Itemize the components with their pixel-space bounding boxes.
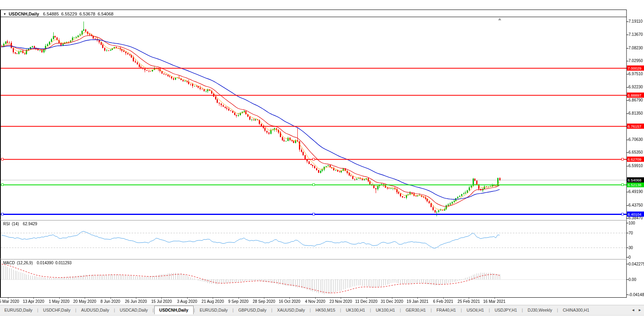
chart-title: ▼ USDCNH,Daily 6.54885 6.55229 6.53678 6… bbox=[3, 11, 116, 17]
chart-tab-EURUSD-Daily[interactable]: EURUSD,Daily bbox=[195, 306, 232, 314]
price-line-label: 6.52138 bbox=[627, 182, 644, 187]
date-axis-label: 13 Apr 2020 bbox=[23, 299, 44, 304]
mt4-terminal: ✛ ▼ M1M5M15M30H1H4D1W1MN ▼ USDCNH,Daily … bbox=[0, 0, 644, 316]
macd-axis-label: 0.042275 bbox=[628, 262, 644, 266]
rsi-indicator-label: RSI(14)62.9429 bbox=[3, 222, 39, 226]
ohlc-high: 6.55229 bbox=[61, 12, 77, 16]
date-axis-label: 21 Aug 2020 bbox=[202, 299, 224, 304]
chart-tab-UK100-H1[interactable]: UK100,H1 bbox=[371, 306, 399, 314]
macd-signal-value: 0.011293 bbox=[55, 261, 72, 265]
date-axis-label: 20 May 2020 bbox=[73, 299, 96, 304]
date-axis-label: 4 Nov 2020 bbox=[305, 299, 325, 304]
chart-tab-CHINA300-H1[interactable]: CHINA300,H1 bbox=[559, 306, 594, 314]
status-strip bbox=[0, 314, 644, 316]
chart-tab-XAUUSD-Daily[interactable]: XAUUSD,Daily bbox=[273, 306, 309, 314]
price-axis-label: 6.43750 bbox=[628, 203, 644, 207]
rsi-params: (14) bbox=[12, 222, 19, 226]
date-axis-label: 23 Nov 2020 bbox=[330, 299, 352, 304]
chart-tab-HK50-M15[interactable]: HK50,M15 bbox=[311, 306, 340, 314]
date-axis-label: 11 Dec 2020 bbox=[355, 299, 378, 304]
date-axis-label: 31 Dec 2020 bbox=[381, 299, 403, 304]
macd-name: MACD bbox=[3, 261, 15, 265]
rsi-axis-label: 30 bbox=[628, 246, 633, 250]
macd-axis-label: -0.04148 bbox=[628, 292, 644, 296]
price-line-label: 6.88897 bbox=[627, 93, 644, 98]
macd-main-value: 0.014390 bbox=[37, 261, 53, 265]
chart-tab-UK100-H1[interactable]: UK100,H1 bbox=[341, 306, 369, 314]
price-axis-label: 6.49190 bbox=[628, 190, 644, 194]
chart-tab-GBPUSD-Daily[interactable]: GBPUSD,Daily bbox=[234, 306, 271, 314]
price-line-label: 7.00029 bbox=[627, 65, 644, 70]
date-axis-label: 19 Jan 2021 bbox=[407, 299, 429, 304]
date-axis-label: 6 Feb 2021 bbox=[433, 299, 453, 304]
rsi-axis-label: 0 bbox=[628, 255, 631, 259]
price-line-label: 6.62709 bbox=[627, 156, 644, 162]
date-axis-label: 16 Mar 2021 bbox=[483, 299, 506, 304]
price-axis-label: 7.19110 bbox=[628, 20, 644, 23]
date-axis-label: 26 Jun 2020 bbox=[125, 299, 147, 304]
date-axis-label: 25 Feb 2021 bbox=[458, 299, 480, 304]
chart-tab-USDCNH-Daily[interactable]: USDCNH,Daily bbox=[154, 306, 194, 314]
chart-symbol-period: USDCNH,Daily bbox=[9, 12, 39, 16]
chart-tabs: EURUSD,Daily|USDCHF,Daily|AUDUSD,Daily|U… bbox=[0, 305, 644, 315]
date-axis-label: 3 Aug 2020 bbox=[177, 299, 197, 304]
price-axis-label: 7.02950 bbox=[628, 59, 644, 63]
date-axis-label: 15 Jul 2020 bbox=[151, 299, 172, 304]
price-axis-label: 6.65350 bbox=[628, 150, 644, 154]
macd-params: (12,26,9) bbox=[17, 261, 33, 265]
chart-collapse-icon[interactable]: ▼ bbox=[3, 12, 6, 16]
price-axis-label: 6.38470 bbox=[628, 216, 644, 220]
chart-tab-DJ30-Weekly[interactable]: DJ30,Weekly bbox=[523, 306, 557, 314]
date-axis-label: 25 Mar 2020 bbox=[0, 299, 19, 304]
price-axis-label: 6.92230 bbox=[628, 85, 644, 89]
date-axis-label: 8 Jun 2020 bbox=[101, 299, 120, 304]
chart-canvas[interactable] bbox=[0, 0, 644, 316]
price-axis-label: 7.13670 bbox=[628, 33, 644, 37]
chart-tab-USDCAD-Daily[interactable]: USDCAD,Daily bbox=[115, 306, 152, 314]
chart-tab-AUDUSD-Daily[interactable]: AUDUSD,Daily bbox=[77, 306, 114, 314]
price-axis-label: 6.81350 bbox=[628, 111, 644, 115]
price-axis-label: 6.97510 bbox=[628, 72, 644, 76]
price-axis-label: 7.08230 bbox=[628, 46, 644, 50]
price-line-label: 6.76157 bbox=[627, 124, 644, 129]
ohlc-open: 6.54885 bbox=[43, 12, 59, 16]
chart-tab-USOil-H1[interactable]: USOil,H1 bbox=[462, 306, 489, 314]
price-line-label: 6.54068 bbox=[627, 178, 644, 183]
date-axis-label: 9 Sep 2020 bbox=[228, 299, 248, 304]
rsi-name: RSI bbox=[3, 222, 10, 226]
macd-indicator-label: MACD(12,26,9)0.0143900.011293 bbox=[3, 261, 74, 265]
price-axis-label: 6.70630 bbox=[628, 138, 644, 142]
tab-scroll-left-icon[interactable]: ◄ bbox=[631, 308, 635, 312]
macd-axis-label: 0.00 bbox=[628, 277, 636, 282]
rsi-axis-label: 70 bbox=[628, 231, 633, 235]
chart-tab-EURUSD-Daily[interactable]: EURUSD,Daily bbox=[0, 306, 37, 314]
chart-tab-USDJPY-H1[interactable]: USDJPY,H1 bbox=[490, 306, 521, 314]
date-axis-label: 16 Oct 2020 bbox=[279, 299, 300, 304]
price-axis-label: 6.86790 bbox=[628, 98, 644, 102]
chart-tab-FRA40-H1[interactable]: FRA40,H1 bbox=[432, 306, 460, 314]
ohlc-low: 6.53678 bbox=[80, 12, 95, 16]
tab-scroll-right-icon[interactable]: ► bbox=[638, 308, 642, 312]
price-line-label: 6.40104 bbox=[627, 211, 644, 217]
chart-tab-GER30-H1[interactable]: GER30,H1 bbox=[401, 306, 430, 314]
chart-tab-USDCHF-Daily[interactable]: USDCHF,Daily bbox=[39, 306, 75, 314]
ohlc-close: 6.54068 bbox=[98, 12, 114, 16]
rsi-value: 62.9429 bbox=[23, 222, 37, 226]
price-axis-label: 6.59910 bbox=[628, 164, 644, 168]
date-axis-label: 1 May 2020 bbox=[49, 299, 70, 304]
date-axis-label: 28 Sep 2020 bbox=[253, 299, 275, 304]
rsi-axis-label: 100 bbox=[628, 221, 635, 225]
